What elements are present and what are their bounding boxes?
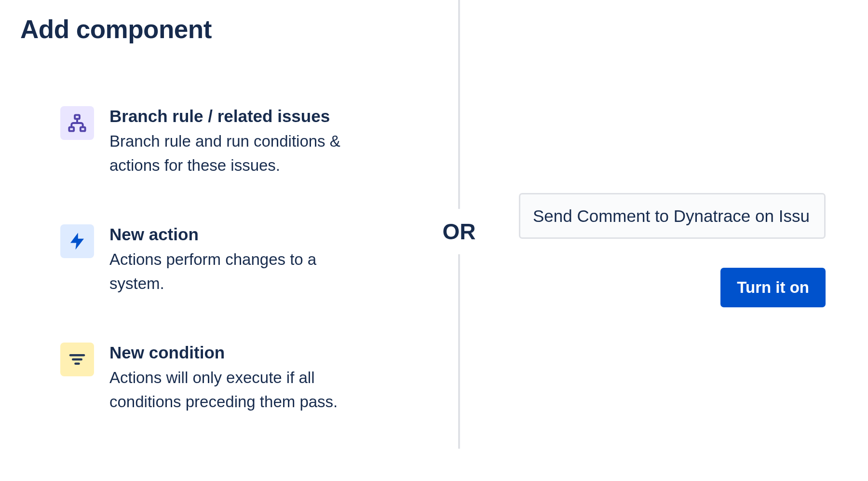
- component-option-new-condition[interactable]: New condition Actions will only execute …: [60, 343, 369, 413]
- component-option-new-action[interactable]: New action Actions perform changes to a …: [60, 224, 369, 295]
- component-type-list: Branch rule / related issues Branch rule…: [60, 106, 369, 413]
- component-option-description: Branch rule and run conditions & actions…: [109, 129, 365, 177]
- turn-it-on-button[interactable]: Turn it on: [720, 268, 826, 307]
- component-option-branch-rule[interactable]: Branch rule / related issues Branch rule…: [60, 106, 369, 177]
- component-option-text: New action Actions perform changes to a …: [109, 224, 365, 295]
- lightning-icon: [60, 224, 94, 258]
- component-option-title: Branch rule / related issues: [109, 106, 365, 126]
- component-option-description: Actions will only execute if all conditi…: [109, 366, 365, 413]
- rule-name-input[interactable]: [519, 193, 826, 239]
- branch-rule-icon: [60, 106, 94, 140]
- component-option-description: Actions perform changes to a system.: [109, 247, 365, 295]
- button-row: Turn it on: [519, 268, 826, 307]
- component-option-text: Branch rule / related issues Branch rule…: [109, 106, 365, 177]
- component-option-title: New action: [109, 224, 365, 245]
- right-panel: Turn it on: [519, 193, 826, 307]
- or-separator-label: OR: [439, 209, 480, 254]
- component-option-title: New condition: [109, 343, 365, 363]
- component-option-text: New condition Actions will only execute …: [109, 343, 365, 413]
- filter-icon: [60, 343, 94, 376]
- page-title: Add component: [20, 14, 212, 44]
